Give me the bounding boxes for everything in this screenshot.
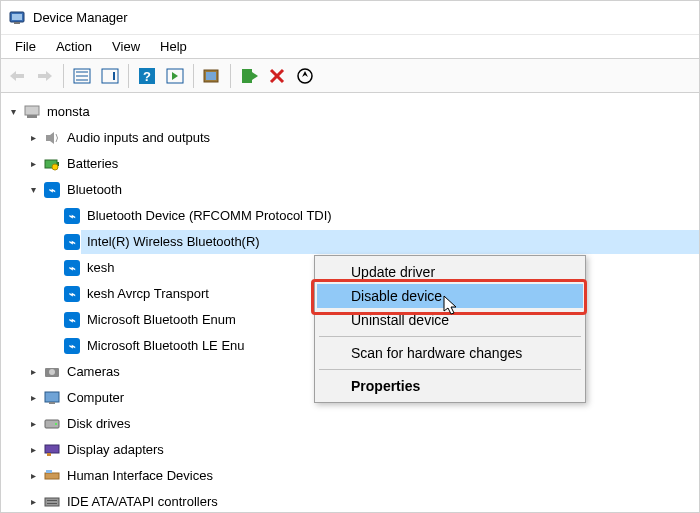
tree-item-display[interactable]: ▸ Display adapters: [5, 437, 695, 463]
tree-label: Batteries: [67, 151, 118, 177]
svg-rect-25: [25, 106, 39, 115]
expand-icon[interactable]: ▸: [25, 411, 41, 437]
svg-rect-33: [45, 392, 59, 402]
scan-hardware-button[interactable]: [291, 61, 319, 91]
computer-icon: [23, 103, 41, 121]
tree-label: Display adapters: [67, 437, 164, 463]
collapse-icon[interactable]: ▾: [25, 177, 41, 203]
ctx-scan-hardware[interactable]: Scan for hardware changes: [317, 341, 583, 365]
svg-rect-12: [113, 72, 115, 80]
svg-rect-2: [14, 22, 20, 24]
svg-rect-34: [49, 402, 55, 404]
tree-label: Computer: [67, 385, 124, 411]
camera-icon: [43, 363, 61, 381]
svg-point-30: [52, 164, 58, 170]
pc-icon: [43, 389, 61, 407]
tree-label: monsta: [47, 99, 90, 125]
menu-separator: [319, 336, 581, 337]
tree-label: Bluetooth: [67, 177, 122, 203]
svg-rect-11: [102, 69, 118, 83]
svg-rect-1: [12, 14, 22, 20]
svg-marker-5: [46, 71, 52, 81]
svg-marker-24: [302, 71, 308, 77]
hid-icon: [43, 467, 61, 485]
tree-label: Human Interface Devices: [67, 463, 213, 489]
ctx-update-driver[interactable]: Update driver: [317, 260, 583, 284]
collapse-icon[interactable]: ▾: [5, 99, 21, 125]
svg-rect-42: [47, 500, 57, 501]
toolbar: ?: [1, 59, 699, 93]
svg-rect-26: [27, 115, 37, 118]
tree-label: Disk drives: [67, 411, 131, 437]
expand-icon[interactable]: ▸: [25, 385, 41, 411]
expand-icon[interactable]: ▸: [25, 359, 41, 385]
update-driver-button[interactable]: [198, 61, 226, 91]
help-button[interactable]: ?: [133, 61, 161, 91]
window-title: Device Manager: [33, 10, 128, 25]
tree-root[interactable]: ▾ monsta: [5, 99, 695, 125]
ctx-properties[interactable]: Properties: [317, 374, 583, 398]
tree-item-bt-intel-selected[interactable]: ⌁ Intel(R) Wireless Bluetooth(R): [5, 229, 695, 255]
toolbar-separator: [230, 64, 231, 88]
svg-rect-37: [45, 445, 59, 453]
tree-label: kesh: [87, 255, 114, 281]
show-hidden-button[interactable]: [96, 61, 124, 91]
tree-label: Audio inputs and outputs: [67, 125, 210, 151]
ide-icon: [43, 493, 61, 511]
expand-icon[interactable]: ▸: [25, 125, 41, 151]
expand-icon[interactable]: ▸: [25, 463, 41, 489]
tree-label: Microsoft Bluetooth Enum: [87, 307, 236, 333]
menu-file[interactable]: File: [5, 37, 46, 56]
enable-device-button[interactable]: [235, 61, 263, 91]
svg-rect-38: [47, 453, 51, 456]
ctx-uninstall-device[interactable]: Uninstall device: [317, 308, 583, 332]
tree-item-audio[interactable]: ▸ Audio inputs and outputs: [5, 125, 695, 151]
svg-marker-16: [172, 72, 178, 80]
svg-rect-6: [38, 74, 46, 78]
view-list-button[interactable]: [68, 61, 96, 91]
svg-marker-3: [10, 71, 16, 81]
tree-item-bt-rfcomm[interactable]: ⌁ Bluetooth Device (RFCOMM Protocol TDI): [5, 203, 695, 229]
tree-item-disk[interactable]: ▸ Disk drives: [5, 411, 695, 437]
toolbar-separator: [193, 64, 194, 88]
action-button[interactable]: [161, 61, 189, 91]
bluetooth-icon: ⌁: [63, 259, 81, 277]
app-icon: [9, 10, 25, 26]
bluetooth-icon: ⌁: [63, 337, 81, 355]
toolbar-separator: [128, 64, 129, 88]
back-button[interactable]: [3, 61, 31, 91]
svg-marker-20: [252, 72, 258, 80]
ctx-disable-device[interactable]: Disable device: [317, 284, 583, 308]
menu-bar: File Action View Help: [1, 35, 699, 59]
tree-label: Cameras: [67, 359, 120, 385]
menu-separator: [319, 369, 581, 370]
tree-label: Intel(R) Wireless Bluetooth(R): [87, 229, 260, 255]
bluetooth-icon: ⌁: [63, 285, 81, 303]
expand-icon[interactable]: ▸: [25, 151, 41, 177]
tree-label: IDE ATA/ATAPI controllers: [67, 489, 218, 513]
svg-rect-4: [16, 74, 24, 78]
menu-action[interactable]: Action: [46, 37, 102, 56]
tree-label: kesh Avrcp Transport: [87, 281, 209, 307]
tree-item-batteries[interactable]: ▸ Batteries: [5, 151, 695, 177]
tree-item-ide[interactable]: ▸ IDE ATA/ATAPI controllers: [5, 489, 695, 513]
svg-rect-39: [45, 473, 59, 479]
battery-icon: [43, 155, 61, 173]
tree-label: Bluetooth Device (RFCOMM Protocol TDI): [87, 203, 332, 229]
forward-button[interactable]: [31, 61, 59, 91]
svg-rect-41: [45, 498, 59, 506]
svg-rect-18: [206, 72, 216, 80]
menu-view[interactable]: View: [102, 37, 150, 56]
svg-rect-40: [46, 470, 52, 473]
expand-icon[interactable]: ▸: [25, 489, 41, 513]
svg-rect-19: [242, 69, 252, 83]
tree-item-hid[interactable]: ▸ Human Interface Devices: [5, 463, 695, 489]
disk-icon: [43, 415, 61, 433]
uninstall-button[interactable]: [263, 61, 291, 91]
tree-item-bluetooth[interactable]: ▾ ⌁ Bluetooth: [5, 177, 695, 203]
svg-rect-43: [47, 503, 57, 504]
context-menu: Update driver Disable device Uninstall d…: [314, 255, 586, 403]
title-bar: Device Manager: [1, 1, 699, 35]
expand-icon[interactable]: ▸: [25, 437, 41, 463]
menu-help[interactable]: Help: [150, 37, 197, 56]
